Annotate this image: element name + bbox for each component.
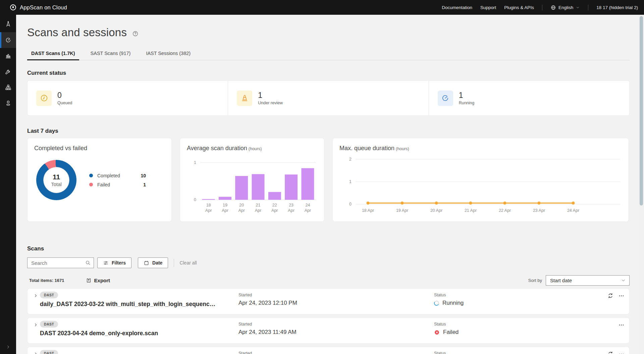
legend-dot: [89, 183, 93, 186]
svg-text:24: 24: [305, 203, 310, 208]
refresh-icon[interactable]: [607, 351, 614, 354]
search-input[interactable]: [31, 260, 85, 266]
current-status-heading: Current status: [27, 70, 630, 76]
svg-text:21: 21: [256, 203, 261, 208]
more-actions-icon[interactable]: [618, 293, 625, 299]
sidebar-item-profile[interactable]: [0, 95, 16, 111]
svg-text:2: 2: [349, 157, 352, 162]
status-label: Status: [434, 322, 446, 327]
status-value: Failed: [434, 329, 459, 336]
sidebar-item-scans[interactable]: [0, 32, 16, 48]
tab-dast[interactable]: DAST Scans (1.7K): [27, 48, 79, 60]
expand-chevron-icon[interactable]: [33, 293, 38, 298]
clear-all-button[interactable]: Clear all: [179, 260, 197, 266]
app-title: AppScan on Cloud: [20, 4, 67, 11]
scan-name-link[interactable]: DAST 2023-04-24 demo_only-explore.scan: [40, 330, 158, 337]
started-value: Apr 24, 2023 11:49 AM: [238, 329, 297, 336]
completed-vs-failed-card: Completed vs failed 11TotalCompleted10Fa…: [27, 138, 172, 222]
started-label: Started: [238, 351, 252, 354]
sort-by-label: Sort by: [528, 278, 542, 283]
scrollbar-thumb[interactable]: [640, 16, 643, 205]
language-selector[interactable]: English: [550, 5, 580, 10]
appscan-logo-icon: [9, 4, 17, 11]
sort-by-select[interactable]: Start date: [546, 275, 630, 286]
help-icon[interactable]: [132, 31, 139, 37]
svg-text:21 Apr: 21 Apr: [465, 208, 477, 213]
header-link-plugins-apis[interactable]: Plugins & APIs: [504, 5, 534, 10]
org-chart-icon: [5, 84, 12, 91]
status-card-label: Under review: [258, 101, 283, 105]
sidebar-item-applications[interactable]: [0, 16, 16, 32]
svg-text:18 Apr: 18 Apr: [362, 208, 374, 213]
svg-text:19 Apr: 19 Apr: [396, 208, 408, 213]
language-label: English: [558, 5, 573, 10]
date-button[interactable]: Date: [138, 257, 168, 268]
calendar-icon: [144, 260, 149, 266]
status-card-queued: 0Queued: [28, 81, 228, 115]
header-link-documentation[interactable]: Documentation: [442, 5, 472, 10]
donut-chart-title: Completed vs failed: [34, 145, 165, 152]
brand: AppScan on Cloud: [0, 4, 67, 11]
status-card-body: 0Queued: [57, 91, 72, 105]
donut-center: 11Total: [43, 167, 69, 193]
svg-text:Apr: Apr: [271, 208, 278, 213]
expand-chevron-icon[interactable]: [33, 322, 38, 327]
expand-chevron-icon[interactable]: [33, 352, 38, 354]
scan-rows: DASTdaily_DAST 2023-03-22 with_multi_ste…: [27, 288, 630, 354]
top-header: AppScan on Cloud DocumentationSupportPlu…: [0, 0, 644, 15]
divider: [588, 5, 588, 10]
divider: [542, 5, 542, 10]
gauge-icon: [5, 37, 12, 44]
svg-text:Apr: Apr: [222, 208, 228, 213]
svg-text:Apr: Apr: [255, 208, 261, 213]
status-card-label: Queued: [57, 101, 72, 105]
export-icon: [86, 278, 92, 283]
legend-value: 10: [132, 173, 146, 178]
status-value: Running: [434, 300, 464, 306]
donut-legend: Completed10Failed1: [89, 173, 146, 187]
chevron-down-icon: [576, 5, 580, 10]
status-card-body: 1Under review: [258, 91, 283, 105]
donut-total-value: 11: [53, 173, 60, 181]
bar-chart: 1018Apr19Apr20Apr21Apr22Apr23Apr24Apr: [187, 156, 317, 214]
failed-icon: [434, 330, 440, 335]
svg-text:18: 18: [206, 203, 211, 208]
tab-bar: DAST Scans (1.7K)SAST Scans (917)IAST Se…: [27, 48, 630, 60]
svg-text:22 Apr: 22 Apr: [499, 208, 511, 213]
more-actions-icon[interactable]: [618, 322, 625, 328]
sidebar-item-tools[interactable]: [0, 64, 16, 79]
status-card-running: 1Running: [429, 81, 629, 115]
main-area: Scans and sessions DAST Scans (1.7K)SAST…: [16, 15, 644, 354]
gauge-icon-glyph: [441, 94, 450, 103]
legend-value: 1: [132, 182, 146, 187]
account-label[interactable]: 18 17 (hidden trial 2): [596, 5, 638, 10]
svg-text:23: 23: [289, 203, 293, 208]
svg-text:Apr: Apr: [288, 208, 294, 213]
svg-text:1: 1: [349, 179, 352, 184]
svg-text:1: 1: [194, 160, 196, 165]
svg-text:24 Apr: 24 Apr: [567, 208, 579, 213]
svg-text:Apr: Apr: [305, 208, 311, 213]
legend-label: Failed: [97, 182, 132, 187]
chevron-down-icon: [621, 278, 626, 283]
tab-iast[interactable]: IAST Sessions (382): [142, 48, 195, 60]
sidebar-expand-button[interactable]: [0, 342, 16, 352]
svg-text:23 Apr: 23 Apr: [533, 208, 545, 213]
scan-type-badge: DAST: [40, 350, 58, 354]
more-actions-icon[interactable]: [618, 351, 625, 354]
status-text: Running: [442, 300, 464, 306]
sidebar-item-organization[interactable]: [0, 79, 16, 95]
started-label: Started: [238, 293, 252, 297]
user-icon: [5, 100, 12, 107]
donut-total-label: Total: [51, 181, 62, 187]
sidebar-item-reports[interactable]: [0, 48, 16, 64]
refresh-icon[interactable]: [607, 292, 614, 299]
legend-item-completed: Completed10: [89, 173, 146, 178]
filters-button[interactable]: Filters: [97, 257, 131, 268]
svg-text:19: 19: [223, 203, 227, 208]
scans-heading: Scans: [27, 245, 630, 252]
export-button[interactable]: Export: [86, 278, 110, 283]
scan-name-link[interactable]: daily_DAST 2023-03-22 with_multi_step_wi…: [40, 301, 215, 308]
tab-sast[interactable]: SAST Scans (917): [87, 48, 135, 60]
header-link-support[interactable]: Support: [480, 5, 496, 10]
